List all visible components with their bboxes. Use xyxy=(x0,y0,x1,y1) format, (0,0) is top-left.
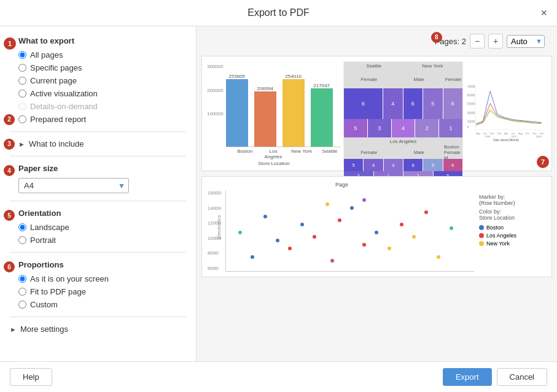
scatter-dot xyxy=(400,223,403,226)
bar-ny: 254010 xyxy=(282,74,305,147)
pages-plus-button[interactable]: + xyxy=(488,34,503,48)
scatter-dot xyxy=(263,215,267,218)
radio-details-on-demand: Details-on-demand xyxy=(18,102,186,111)
scatter-title: Page xyxy=(207,182,477,188)
radio-active-viz[interactable]: Active visualization xyxy=(18,89,186,98)
bar-val-seattle: 217047 xyxy=(313,83,330,88)
y-axis-ticks: 300000 200000 100000 xyxy=(207,61,226,135)
what-to-export-label: What to export xyxy=(18,36,186,45)
legend-dot-boston xyxy=(479,225,484,230)
radio-prepared-report[interactable]: 2 Prepared report xyxy=(18,115,186,124)
page1-charts-row: 300000 200000 100000 253805 xyxy=(207,61,547,166)
scatter-plot: 16000 14000 12000 10000 8000 6000 xyxy=(225,190,474,272)
orientation-group: Landscape Portrait xyxy=(18,223,186,245)
pages-label-wrapper: 8 Pages: 2 xyxy=(435,37,466,46)
scatter-dot xyxy=(350,206,354,210)
scatter-dot xyxy=(362,243,366,247)
svg-text:Oct: Oct xyxy=(483,132,488,135)
scatter-dot xyxy=(362,198,366,202)
radio-specific-pages[interactable]: Specific pages xyxy=(18,63,186,72)
scatter-dot xyxy=(325,202,329,206)
bar-rect-boston xyxy=(226,79,248,147)
dialog-body: 1 What to export All pages Specific page… xyxy=(0,26,557,361)
proportions-section: 6 Proportions As it is on your screen Fi… xyxy=(10,260,186,309)
dialog-title: Export to PDF xyxy=(247,7,309,18)
orientation-label: Orientation xyxy=(18,209,186,218)
svg-text:60000: 60000 xyxy=(467,94,475,97)
badge-2: 2 xyxy=(4,114,15,125)
bar-chart-inner: 300000 200000 100000 253805 xyxy=(207,61,341,147)
scatter-container: Page Electronics 16000 14000 12000 10000… xyxy=(207,182,547,272)
proportions-label: Proportions xyxy=(18,260,186,269)
line-chart-svg: 70000 60000 50000 30000 10000 0 Aug Oct … xyxy=(465,61,547,159)
help-button[interactable]: Help xyxy=(10,368,52,386)
radio-portrait[interactable]: Portrait xyxy=(18,236,186,245)
xlabel-seattle: Seattle xyxy=(319,148,341,159)
pages-minus-button[interactable]: − xyxy=(470,34,485,48)
bar-chart-area: 300000 200000 100000 253805 xyxy=(207,61,341,166)
legend-dot-ny xyxy=(479,241,484,246)
legend-dot-la xyxy=(479,233,484,238)
orientation-section: 5 Orientation Landscape Portrait xyxy=(10,209,186,245)
cancel-button[interactable]: Cancel xyxy=(497,368,547,386)
y-tick-200k: 200000 xyxy=(207,88,224,93)
svg-text:50000: 50000 xyxy=(467,102,475,106)
xlabel-ny: New York xyxy=(290,148,313,159)
scatter-dot xyxy=(424,210,428,214)
pages-count: 2 xyxy=(462,37,466,46)
what-to-include-label: What to include xyxy=(29,139,84,148)
svg-text:2018: 2018 xyxy=(536,135,542,138)
radio-custom[interactable]: Custom xyxy=(18,300,186,309)
close-button[interactable]: × xyxy=(540,7,547,18)
dialog-footer: Help Export Cancel xyxy=(0,361,557,392)
svg-text:Dec: Dec xyxy=(490,132,494,135)
bar-rect-la xyxy=(254,91,276,147)
radio-fit-pdf[interactable]: Fit to PDF page xyxy=(18,287,186,296)
badge-5: 5 xyxy=(4,210,15,221)
treemap-row1: Female Male Female xyxy=(344,70,462,88)
export-pdf-dialog: Export to PDF × 1 What to export All pag… xyxy=(0,0,557,392)
zoom-wrapper[interactable]: Auto 50% 75% 100% 125% 150% ▼ xyxy=(507,35,545,48)
footer-actions: Export Cancel xyxy=(443,368,547,386)
badge-8: 8 xyxy=(431,32,442,43)
treemap-header: Seattle New York xyxy=(344,62,462,70)
what-to-export-section: 1 What to export All pages Specific page… xyxy=(10,36,186,124)
svg-text:70000: 70000 xyxy=(467,85,475,88)
preview-page-2: Page Electronics 16000 14000 12000 10000… xyxy=(201,176,552,277)
treemap-area: Seattle New York Female Male Female 6 4 … xyxy=(343,61,463,166)
bar-la: 208994 xyxy=(254,86,276,147)
bar-rect-seattle xyxy=(311,88,333,147)
svg-text:30000: 30000 xyxy=(467,112,475,115)
bar-val-la: 208994 xyxy=(257,86,273,91)
preview-page-1: 300000 200000 100000 253805 xyxy=(201,56,552,171)
scatter-legend: Marker by: (Row Number) Color by: Store … xyxy=(479,182,547,272)
svg-text:2016: 2016 xyxy=(485,135,491,138)
scatter-dot xyxy=(375,231,378,234)
scatter-dot xyxy=(276,239,279,242)
svg-text:Aug: Aug xyxy=(476,132,480,135)
paper-size-wrapper[interactable]: A4 Letter A3 Legal ▼ xyxy=(18,178,129,193)
radio-current-page[interactable]: Current page xyxy=(18,76,186,85)
export-button[interactable]: Export xyxy=(443,368,492,386)
scatter-dot xyxy=(238,231,242,234)
left-panel: 1 What to export All pages Specific page… xyxy=(0,26,197,361)
bar-val-ny: 254010 xyxy=(285,74,302,79)
legend-la: Los Angeles xyxy=(479,233,547,239)
paper-size-select[interactable]: A4 Letter A3 Legal xyxy=(18,178,129,193)
what-to-include-toggle[interactable]: ► What to include xyxy=(18,139,186,148)
what-to-include-row[interactable]: 3 ► What to include xyxy=(10,139,186,148)
scatter-dot xyxy=(388,247,391,250)
legend-ny: New York xyxy=(479,240,547,247)
more-settings-toggle[interactable]: ► More settings xyxy=(10,325,186,334)
more-settings-label: More settings xyxy=(20,325,68,334)
radio-on-screen[interactable]: As it is on your screen xyxy=(18,274,186,283)
x-axis-labels: Boston Los Angeles New York Seattle xyxy=(234,148,341,159)
radio-all-pages[interactable]: All pages xyxy=(18,50,186,60)
scatter-dot xyxy=(330,259,334,263)
badge-6: 6 xyxy=(4,261,15,272)
radio-landscape[interactable]: Landscape xyxy=(18,223,186,232)
zoom-select[interactable]: Auto 50% 75% 100% 125% 150% xyxy=(507,35,545,48)
badge-3: 3 xyxy=(4,139,15,150)
title-bar: Export to PDF × xyxy=(0,0,557,26)
scatter-dot xyxy=(437,255,440,259)
